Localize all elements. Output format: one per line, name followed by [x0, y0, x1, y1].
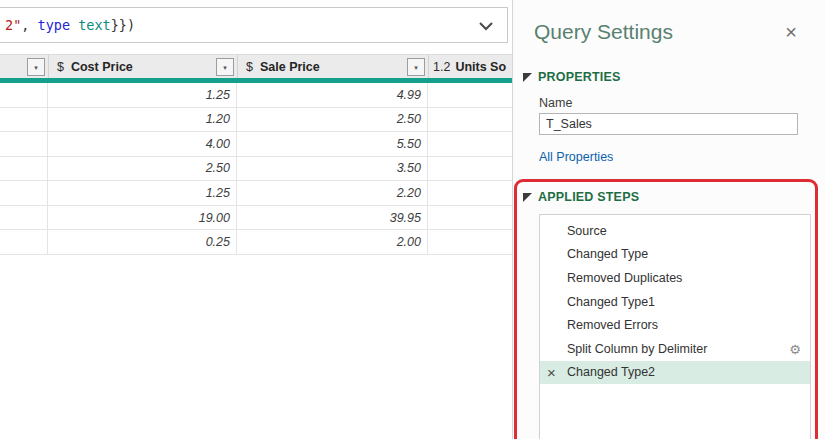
table-row[interactable]: 0.252.00: [0, 230, 512, 255]
applied-step-changed-type1[interactable]: Changed Type1: [540, 290, 810, 314]
formula-token: type: [38, 17, 71, 33]
cell-sale[interactable]: 2.00: [237, 230, 428, 254]
filter-caret-icon: ▾: [34, 64, 38, 71]
filter-dropdown-button[interactable]: ▾: [407, 58, 425, 76]
name-field-label: Name: [539, 96, 572, 110]
step-label: Split Column by Delimiter: [567, 342, 707, 356]
cell-empty: [0, 132, 48, 156]
cell-empty: [428, 108, 512, 132]
formula-token: ,: [21, 17, 37, 33]
column-label: Sale Price: [260, 60, 320, 74]
filter-dropdown-button[interactable]: ▾: [27, 58, 45, 76]
cell-empty: [0, 206, 48, 230]
filter-dropdown-button[interactable]: ▾: [216, 58, 234, 76]
column-header-cost-price[interactable]: $ Cost Price ▾: [48, 55, 237, 79]
section-header-label: APPLIED STEPS: [538, 190, 639, 204]
cell-cost[interactable]: 1.25: [48, 181, 237, 205]
formula-token: 2": [5, 17, 21, 33]
column-label: Units So: [455, 60, 506, 74]
close-icon[interactable]: ×: [785, 22, 797, 42]
cell-empty: [428, 132, 512, 156]
table-row[interactable]: 1.252.20: [0, 181, 512, 206]
applied-steps-section-header[interactable]: APPLIED STEPS: [523, 190, 639, 204]
delete-step-icon[interactable]: ×: [547, 365, 556, 380]
column-header-sale-price[interactable]: $ Sale Price ▾: [237, 55, 428, 79]
step-label: Changed Type1: [567, 295, 655, 309]
table-row[interactable]: 19.0039.95: [0, 206, 512, 231]
formula-expand-chevron-icon[interactable]: [477, 17, 495, 35]
cell-cost[interactable]: 2.50: [48, 157, 237, 181]
cell-sale[interactable]: 3.50: [237, 157, 428, 181]
formula-bar[interactable]: 2", type text}}): [0, 7, 508, 43]
collapse-triangle-icon: [523, 73, 532, 82]
formula-token: [70, 17, 78, 33]
column-header-units-sold[interactable]: 1.2 Units So: [428, 55, 512, 79]
query-editor-grid-area: 2", type text}}) ▾ $ Cost Price ▾ $ Sale…: [0, 0, 512, 439]
table-body: 1.254.991.202.504.005.502.503.501.252.20…: [0, 83, 512, 255]
formula-token: text: [78, 17, 111, 33]
cell-sale[interactable]: 5.50: [237, 132, 428, 156]
applied-step-removed-errors[interactable]: Removed Errors: [540, 313, 810, 337]
cell-sale[interactable]: 2.20: [237, 181, 428, 205]
cell-empty: [428, 83, 512, 107]
step-label: Source: [567, 224, 607, 238]
cell-cost[interactable]: 19.00: [48, 206, 237, 230]
cell-empty: [0, 230, 48, 254]
currency-type-icon: $: [246, 60, 253, 74]
cell-cost[interactable]: 1.20: [48, 108, 237, 132]
table-header-row: ▾ $ Cost Price ▾ $ Sale Price ▾ 1.2 Unit…: [0, 54, 512, 78]
properties-section-header[interactable]: PROPERTIES: [523, 70, 621, 84]
applied-step-removed-duplicates[interactable]: Removed Duplicates: [540, 266, 810, 290]
filter-caret-icon: ▾: [223, 64, 227, 71]
cell-empty: [428, 206, 512, 230]
table-row[interactable]: 4.005.50: [0, 132, 512, 157]
applied-step-changed-type[interactable]: Changed Type: [540, 243, 810, 267]
cell-empty: [0, 83, 48, 107]
section-header-label: PROPERTIES: [538, 70, 621, 84]
currency-type-icon: $: [57, 60, 64, 74]
cell-sale[interactable]: 39.95: [237, 206, 428, 230]
applied-step-source[interactable]: Source: [540, 219, 810, 243]
step-label: Removed Errors: [567, 318, 658, 332]
all-properties-link[interactable]: All Properties: [539, 150, 613, 164]
gear-icon[interactable]: ⚙: [789, 342, 801, 355]
cell-cost[interactable]: 4.00: [48, 132, 237, 156]
table-row[interactable]: 1.202.50: [0, 108, 512, 133]
cell-empty: [428, 181, 512, 205]
step-label: Changed Type: [567, 247, 648, 261]
collapse-triangle-icon: [523, 193, 532, 202]
table-row[interactable]: 2.503.50: [0, 157, 512, 182]
applied-steps-list: SourceChanged TypeRemoved DuplicatesChan…: [539, 214, 811, 439]
cell-sale[interactable]: 2.50: [237, 108, 428, 132]
cell-empty: [0, 157, 48, 181]
cell-cost[interactable]: 0.25: [48, 230, 237, 254]
cell-cost[interactable]: 1.25: [48, 83, 237, 107]
column-header-partial[interactable]: ▾: [0, 55, 48, 79]
applied-step-split-column-by-delimiter[interactable]: Split Column by Delimiter⚙: [540, 337, 810, 361]
step-label: Removed Duplicates: [567, 271, 682, 285]
step-label: Changed Type2: [567, 365, 655, 379]
decimal-type-icon: 1.2: [433, 60, 450, 74]
cell-sale[interactable]: 4.99: [237, 83, 428, 107]
pane-title: Query Settings: [534, 20, 673, 44]
cell-empty: [428, 157, 512, 181]
applied-step-changed-type2[interactable]: ×Changed Type2: [540, 361, 810, 385]
cell-empty: [0, 181, 48, 205]
filter-caret-icon: ▾: [414, 64, 418, 71]
cell-empty: [428, 230, 512, 254]
formula-text[interactable]: 2", type text}}): [5, 17, 135, 33]
column-label: Cost Price: [71, 60, 133, 74]
formula-token: }}): [111, 17, 135, 33]
query-settings-pane: Query Settings × PROPERTIES Name All Pro…: [512, 0, 825, 439]
table-row[interactable]: 1.254.99: [0, 83, 512, 108]
cell-empty: [0, 108, 48, 132]
query-name-input[interactable]: [539, 113, 798, 135]
